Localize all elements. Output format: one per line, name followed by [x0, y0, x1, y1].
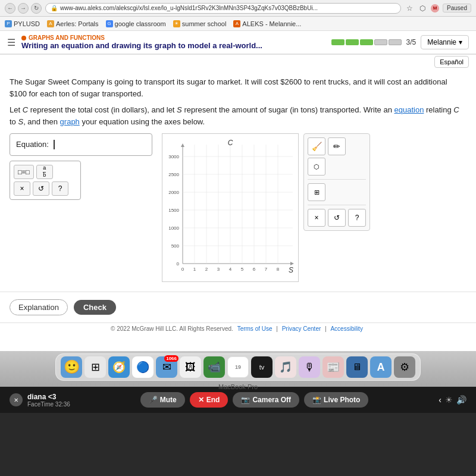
facetime-left: ✕ diana <3 FaceTime 32:36 — [10, 393, 70, 408]
graph-link[interactable]: graph — [60, 117, 80, 126]
eraser-tool[interactable]: 🧹 — [308, 137, 325, 155]
google-icon: G — [106, 20, 113, 27]
mute-button[interactable]: 🎤 Mute — [140, 392, 185, 408]
dock-podcast[interactable]: 🎙 — [299, 356, 320, 378]
expand-tool[interactable]: ⬡ — [308, 158, 325, 176]
aleks-app: ☰ GRAPHS AND FUNCTIONS Writing an equati… — [0, 31, 476, 351]
pencil-tool[interactable]: ✏ — [328, 137, 346, 155]
bookmark-google-label: google classroom — [115, 20, 166, 27]
progress-seg-1 — [331, 39, 345, 45]
svg-text:500: 500 — [171, 243, 180, 249]
aleks-footer: © 2022 McGraw Hill LLC. All Rights Reser… — [0, 322, 476, 334]
mute-icon: 🎤 — [149, 396, 158, 404]
help-key[interactable]: ? — [52, 181, 68, 196]
macos-dock-area: 🙂 ⊞ 🧭 🔵 ✉ 1066 🖼 📹 19 tv 🎵 🎙 📰 🖥 A ⚙ Mac… — [0, 351, 476, 387]
undo-key[interactable]: ↺ — [33, 181, 49, 196]
progress-area: 3/5 Melannie ▾ — [331, 35, 469, 49]
equals-key[interactable]: □=□ — [14, 165, 34, 179]
svg-text:3: 3 — [217, 267, 220, 272]
facetime-right: ‹ ☀ 🔊 — [439, 395, 466, 405]
tool-divider — [308, 179, 366, 180]
volume-icon[interactable]: 🔊 — [456, 395, 466, 405]
left-arrow-icon[interactable]: ‹ — [439, 395, 441, 405]
dock-appletv[interactable]: tv — [251, 356, 273, 378]
back-button[interactable]: ← — [5, 3, 15, 14]
dock-calendar[interactable]: 19 — [227, 356, 249, 378]
help-tool[interactable]: ? — [348, 209, 366, 227]
extension-icon[interactable]: ⬡ — [418, 4, 427, 13]
explanation-button[interactable]: Explanation — [10, 299, 68, 315]
bookmark-aerles[interactable]: A Aerles: Portals — [47, 20, 99, 27]
reload-button[interactable]: ↻ — [31, 3, 42, 14]
table-tool[interactable]: ⊞ — [308, 183, 325, 201]
privacy-link[interactable]: Privacy Center — [282, 325, 321, 332]
aleks-icon: A — [233, 20, 240, 27]
progress-seg-4 — [374, 39, 387, 45]
equation-input-box[interactable]: Equation: — [10, 133, 152, 156]
dock-music[interactable]: 🎵 — [275, 356, 296, 378]
dock-facetime[interactable]: 📹 — [203, 356, 225, 378]
camera-off-button[interactable]: 📷 Camera Off — [233, 392, 299, 408]
bookmark-aerles-label: Aerles: Portals — [56, 20, 99, 27]
graph-tools-panel: 🧹 ✏ ⬡ ⊞ × ↺ ? — [303, 133, 370, 231]
fraction-key[interactable]: a b — [36, 165, 53, 179]
page-title: Writing an equation and drawing its grap… — [21, 41, 262, 50]
camera-label: Camera Off — [252, 396, 291, 404]
espanol-label: Español — [440, 58, 464, 65]
svg-text:6: 6 — [253, 267, 256, 272]
dock-photos[interactable]: 🖼 — [180, 356, 201, 378]
profile-icon[interactable]: M — [431, 4, 439, 12]
close-tool[interactable]: × — [308, 209, 325, 227]
user-name: Melannie — [427, 38, 456, 46]
bookmark-aleks-label: ALEKS - Melannie... — [242, 20, 301, 27]
bottom-buttons: Explanation Check — [0, 292, 476, 322]
camera-icon: 📷 — [241, 396, 250, 404]
equation-block: Equation: □=□ a b — [10, 133, 152, 282]
paused-button[interactable]: Paused — [443, 4, 471, 12]
undo-tool[interactable]: ↺ — [328, 209, 346, 227]
bookmark-pylusd[interactable]: P PYLUSD — [5, 20, 40, 27]
problem-text: The Sugar Sweet Company is going to tran… — [10, 76, 466, 99]
bookmark-summer[interactable]: ☀ summer school — [173, 20, 227, 27]
dock-launchpad[interactable]: ⊞ — [84, 356, 106, 378]
tool-row-2: ⊞ — [308, 183, 366, 201]
photo-icon: 📸 — [312, 396, 321, 404]
equation-link[interactable]: equation — [394, 105, 424, 114]
tool-divider-2 — [308, 205, 366, 205]
user-menu-button[interactable]: Melannie ▾ — [421, 35, 469, 49]
bookmark-summer-label: summer school — [182, 20, 227, 27]
bookmark-google[interactable]: G google classroom — [106, 20, 166, 27]
live-photo-button[interactable]: 📸 Live Photo — [304, 392, 368, 408]
svg-text:1000: 1000 — [168, 226, 179, 231]
instruction-text: Let C represent the total cost (in dolla… — [10, 104, 466, 127]
accessibility-link[interactable]: Accessibility — [330, 325, 362, 332]
bookmark-pylusd-label: PYLUSD — [14, 20, 40, 27]
espanol-button[interactable]: Español — [434, 56, 469, 68]
svg-text:3000: 3000 — [168, 154, 179, 159]
end-call-button[interactable]: ✕ End — [190, 392, 228, 408]
dock-news[interactable]: 📰 — [322, 356, 344, 378]
dock-notchscreen[interactable]: 🖥 — [346, 356, 368, 378]
check-button[interactable]: Check — [74, 300, 116, 315]
dock-mail[interactable]: ✉ 1066 — [156, 356, 177, 378]
dock-safari[interactable]: 🧭 — [108, 356, 130, 378]
dock-settings[interactable]: ⚙ — [394, 356, 415, 378]
terms-link[interactable]: Terms of Use — [237, 325, 273, 332]
facetime-close-button[interactable]: ✕ — [10, 393, 23, 406]
dock-finder[interactable]: 🙂 — [61, 356, 82, 378]
svg-text:7: 7 — [265, 267, 268, 272]
bookmark-star-icon[interactable]: ☆ — [405, 4, 414, 13]
progress-seg-2 — [346, 39, 359, 45]
forward-button[interactable]: → — [18, 3, 29, 14]
brightness-icon[interactable]: ☀ — [445, 395, 453, 405]
end-label: End — [206, 396, 220, 404]
dock-appstore[interactable]: A — [370, 356, 392, 378]
multiply-key[interactable]: × — [14, 181, 30, 196]
dock-chrome[interactable]: 🔵 — [132, 356, 154, 378]
svg-text:4: 4 — [229, 267, 232, 272]
bookmark-aleks[interactable]: A ALEKS - Melannie... — [233, 20, 301, 27]
address-bar[interactable]: 🔒 www-awu.aleks.com/alekscgi/x/lsl.exe/l… — [45, 3, 401, 14]
grid: 0 500 1000 1500 2000 2500 3000 0 1 2 3 — [168, 143, 294, 272]
svg-text:1: 1 — [193, 267, 196, 272]
menu-icon[interactable]: ☰ — [7, 37, 15, 48]
